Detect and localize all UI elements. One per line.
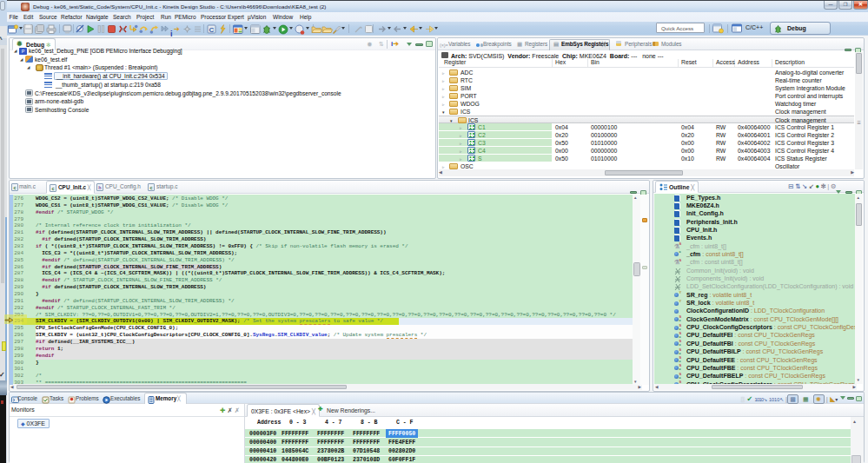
- svg-text:C: C: [209, 26, 215, 34]
